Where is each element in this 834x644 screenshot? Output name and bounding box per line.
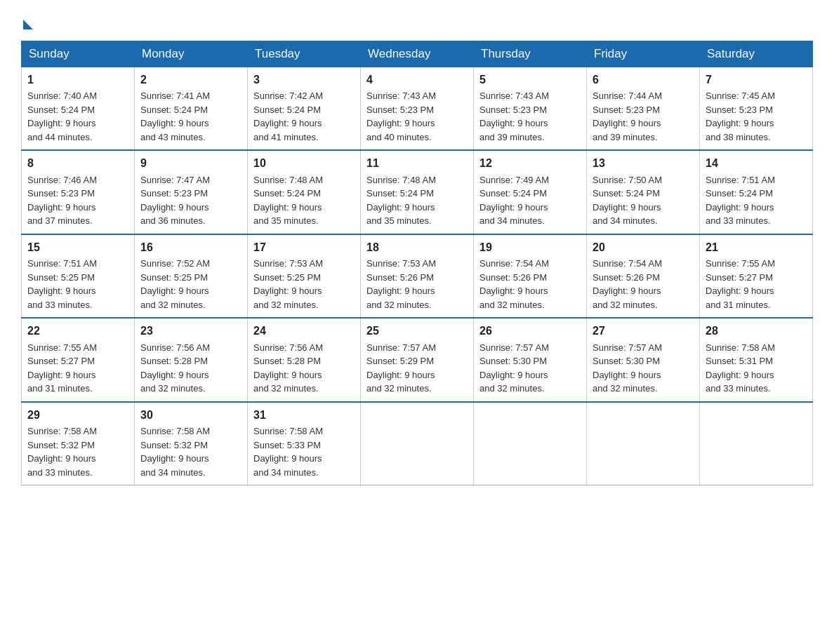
calendar-week-row: 8 Sunrise: 7:46 AMSunset: 5:23 PMDayligh… [22, 150, 813, 234]
day-number: 12 [479, 155, 581, 171]
day-number: 2 [140, 72, 241, 88]
day-number: 19 [479, 239, 581, 255]
calendar-day-cell [587, 402, 700, 485]
day-number: 15 [27, 239, 128, 255]
day-info: Sunrise: 7:53 AMSunset: 5:26 PMDaylight:… [366, 258, 436, 310]
day-number: 20 [593, 239, 694, 255]
calendar-day-header: Friday [587, 41, 700, 67]
day-info: Sunrise: 7:52 AMSunset: 5:25 PMDaylight:… [140, 258, 210, 310]
day-info: Sunrise: 7:55 AMSunset: 5:27 PMDaylight:… [27, 342, 97, 394]
calendar-day-cell: 14 Sunrise: 7:51 AMSunset: 5:24 PMDaylig… [700, 150, 813, 234]
day-number: 4 [366, 72, 468, 88]
day-number: 26 [479, 323, 581, 339]
day-number: 18 [366, 239, 468, 255]
day-info: Sunrise: 7:54 AMSunset: 5:26 PMDaylight:… [479, 258, 549, 310]
day-info: Sunrise: 7:58 AMSunset: 5:32 PMDaylight:… [140, 426, 210, 478]
calendar-day-header: Sunday [22, 41, 135, 67]
calendar-day-cell: 11 Sunrise: 7:48 AMSunset: 5:24 PMDaylig… [361, 150, 474, 234]
day-info: Sunrise: 7:47 AMSunset: 5:23 PMDaylight:… [140, 175, 210, 227]
day-number: 9 [140, 155, 241, 171]
calendar-table: SundayMondayTuesdayWednesdayThursdayFrid… [21, 41, 813, 485]
calendar-day-cell: 7 Sunrise: 7:45 AMSunset: 5:23 PMDayligh… [700, 67, 813, 151]
calendar-day-cell [361, 402, 474, 485]
day-info: Sunrise: 7:57 AMSunset: 5:29 PMDaylight:… [366, 342, 436, 394]
day-info: Sunrise: 7:48 AMSunset: 5:24 PMDaylight:… [253, 175, 323, 227]
calendar-day-cell: 26 Sunrise: 7:57 AMSunset: 5:30 PMDaylig… [474, 318, 587, 401]
calendar-day-cell: 15 Sunrise: 7:51 AMSunset: 5:25 PMDaylig… [22, 234, 135, 318]
day-number: 25 [366, 323, 468, 339]
day-number: 7 [706, 72, 807, 88]
day-number: 5 [479, 72, 581, 88]
day-info: Sunrise: 7:48 AMSunset: 5:24 PMDaylight:… [366, 175, 436, 227]
calendar-day-cell: 20 Sunrise: 7:54 AMSunset: 5:26 PMDaylig… [587, 234, 700, 318]
day-number: 1 [27, 72, 128, 88]
calendar-week-row: 29 Sunrise: 7:58 AMSunset: 5:32 PMDaylig… [22, 402, 813, 485]
calendar-day-cell: 9 Sunrise: 7:47 AMSunset: 5:23 PMDayligh… [135, 150, 248, 234]
calendar-day-header: Monday [135, 41, 248, 67]
calendar-day-cell: 29 Sunrise: 7:58 AMSunset: 5:32 PMDaylig… [22, 402, 135, 485]
calendar-day-cell: 30 Sunrise: 7:58 AMSunset: 5:32 PMDaylig… [135, 402, 248, 485]
day-info: Sunrise: 7:46 AMSunset: 5:23 PMDaylight:… [27, 175, 97, 227]
calendar-day-cell: 21 Sunrise: 7:55 AMSunset: 5:27 PMDaylig… [700, 234, 813, 318]
day-number: 22 [27, 323, 128, 339]
day-info: Sunrise: 7:56 AMSunset: 5:28 PMDaylight:… [253, 342, 323, 394]
calendar-day-cell: 12 Sunrise: 7:49 AMSunset: 5:24 PMDaylig… [474, 150, 587, 234]
day-info: Sunrise: 7:56 AMSunset: 5:28 PMDaylight:… [140, 342, 210, 394]
day-info: Sunrise: 7:51 AMSunset: 5:25 PMDaylight:… [27, 258, 97, 310]
calendar-day-cell: 3 Sunrise: 7:42 AMSunset: 5:24 PMDayligh… [248, 67, 361, 151]
day-number: 29 [27, 407, 128, 423]
day-number: 30 [140, 407, 241, 423]
day-number: 3 [253, 72, 355, 88]
day-info: Sunrise: 7:49 AMSunset: 5:24 PMDaylight:… [479, 175, 549, 227]
calendar-day-cell: 31 Sunrise: 7:58 AMSunset: 5:33 PMDaylig… [248, 402, 361, 485]
calendar-day-header: Thursday [474, 41, 587, 67]
calendar-week-row: 1 Sunrise: 7:40 AMSunset: 5:24 PMDayligh… [22, 67, 813, 151]
calendar-day-cell: 27 Sunrise: 7:57 AMSunset: 5:30 PMDaylig… [587, 318, 700, 401]
calendar-day-cell: 19 Sunrise: 7:54 AMSunset: 5:26 PMDaylig… [474, 234, 587, 318]
calendar-day-cell: 10 Sunrise: 7:48 AMSunset: 5:24 PMDaylig… [248, 150, 361, 234]
day-info: Sunrise: 7:55 AMSunset: 5:27 PMDaylight:… [706, 258, 775, 310]
day-info: Sunrise: 7:43 AMSunset: 5:23 PMDaylight:… [479, 90, 549, 142]
calendar-day-cell: 18 Sunrise: 7:53 AMSunset: 5:26 PMDaylig… [361, 234, 474, 318]
day-info: Sunrise: 7:40 AMSunset: 5:24 PMDaylight:… [27, 90, 97, 142]
day-info: Sunrise: 7:42 AMSunset: 5:24 PMDaylight:… [253, 90, 323, 142]
calendar-day-cell: 22 Sunrise: 7:55 AMSunset: 5:27 PMDaylig… [22, 318, 135, 401]
day-info: Sunrise: 7:43 AMSunset: 5:23 PMDaylight:… [366, 90, 436, 142]
day-number: 24 [253, 323, 355, 339]
day-info: Sunrise: 7:45 AMSunset: 5:23 PMDaylight:… [706, 90, 775, 142]
day-info: Sunrise: 7:58 AMSunset: 5:33 PMDaylight:… [253, 426, 323, 478]
day-info: Sunrise: 7:50 AMSunset: 5:24 PMDaylight:… [593, 175, 662, 227]
day-info: Sunrise: 7:41 AMSunset: 5:24 PMDaylight:… [140, 90, 210, 142]
calendar-day-cell: 16 Sunrise: 7:52 AMSunset: 5:25 PMDaylig… [135, 234, 248, 318]
calendar-day-header: Wednesday [361, 41, 474, 67]
logo [21, 14, 33, 27]
day-info: Sunrise: 7:58 AMSunset: 5:32 PMDaylight:… [27, 426, 97, 478]
day-number: 16 [140, 239, 241, 255]
day-number: 27 [593, 323, 694, 339]
calendar-day-header: Tuesday [248, 41, 361, 67]
calendar-header-row: SundayMondayTuesdayWednesdayThursdayFrid… [22, 41, 813, 67]
calendar-day-cell: 28 Sunrise: 7:58 AMSunset: 5:31 PMDaylig… [700, 318, 813, 401]
day-info: Sunrise: 7:54 AMSunset: 5:26 PMDaylight:… [593, 258, 662, 310]
day-number: 21 [706, 239, 807, 255]
calendar-day-cell [700, 402, 813, 485]
calendar-day-cell: 6 Sunrise: 7:44 AMSunset: 5:23 PMDayligh… [587, 67, 700, 151]
day-info: Sunrise: 7:53 AMSunset: 5:25 PMDaylight:… [253, 258, 323, 310]
calendar-day-cell: 8 Sunrise: 7:46 AMSunset: 5:23 PMDayligh… [22, 150, 135, 234]
day-number: 13 [593, 155, 694, 171]
day-number: 31 [253, 407, 355, 423]
calendar-day-cell: 2 Sunrise: 7:41 AMSunset: 5:24 PMDayligh… [135, 67, 248, 151]
calendar-day-cell: 24 Sunrise: 7:56 AMSunset: 5:28 PMDaylig… [248, 318, 361, 401]
calendar-day-cell: 13 Sunrise: 7:50 AMSunset: 5:24 PMDaylig… [587, 150, 700, 234]
day-number: 14 [706, 155, 807, 171]
day-info: Sunrise: 7:57 AMSunset: 5:30 PMDaylight:… [593, 342, 662, 394]
calendar-day-cell: 25 Sunrise: 7:57 AMSunset: 5:29 PMDaylig… [361, 318, 474, 401]
calendar-day-cell: 1 Sunrise: 7:40 AMSunset: 5:24 PMDayligh… [22, 67, 135, 151]
calendar-day-cell: 4 Sunrise: 7:43 AMSunset: 5:23 PMDayligh… [361, 67, 474, 151]
calendar-day-header: Saturday [700, 41, 813, 67]
day-number: 28 [706, 323, 807, 339]
day-number: 11 [366, 155, 468, 171]
calendar-day-cell [474, 402, 587, 485]
calendar-week-row: 22 Sunrise: 7:55 AMSunset: 5:27 PMDaylig… [22, 318, 813, 401]
day-info: Sunrise: 7:51 AMSunset: 5:24 PMDaylight:… [706, 175, 775, 227]
